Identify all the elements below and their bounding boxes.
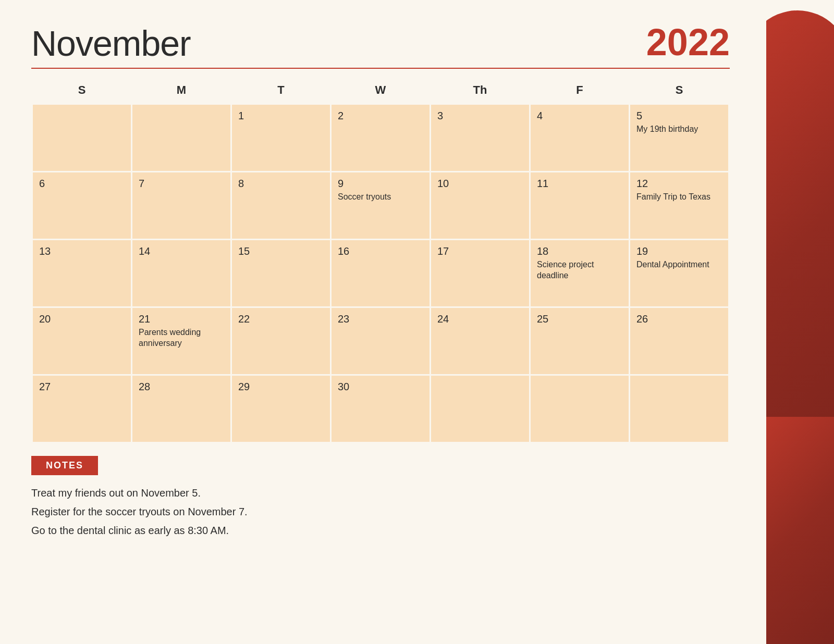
cell-day-number: 5 [636, 110, 722, 122]
cell-day-number: 1 [238, 110, 324, 122]
calendar-cell[interactable] [431, 375, 530, 443]
calendar-table: SMTWThFS 12345My 19th birthday6789Soccer… [31, 77, 730, 443]
calendar-cell[interactable]: 10 [431, 172, 530, 240]
calendar-cell[interactable] [630, 375, 729, 443]
calendar-cell[interactable]: 5My 19th birthday [630, 104, 729, 172]
day-header-f: F [530, 77, 630, 104]
cell-day-number: 9 [338, 178, 423, 190]
calendar-cell[interactable]: 4 [530, 104, 630, 172]
decorative-arch [766, 0, 834, 644]
notes-label: NOTES [31, 456, 98, 475]
calendar-cell[interactable] [32, 104, 132, 172]
calendar-cell[interactable]: 11 [530, 172, 630, 240]
calendar-cell[interactable]: 24 [431, 307, 530, 375]
calendar-cell[interactable]: 29 [231, 375, 331, 443]
calendar-week-3: 131415161718Science project deadline19De… [32, 240, 729, 307]
cell-day-number: 19 [636, 245, 722, 257]
calendar-cell[interactable]: 8 [231, 172, 331, 240]
calendar-cell[interactable] [132, 104, 231, 172]
cell-event-text: Family Trip to Texas [636, 192, 722, 203]
calendar-cell[interactable]: 23 [331, 307, 431, 375]
cell-day-number: 24 [437, 313, 523, 325]
notes-section: NOTES Treat my friends out on November 5… [31, 456, 803, 540]
cell-day-number: 28 [139, 381, 224, 393]
calendar-cell[interactable]: 30 [331, 375, 431, 443]
calendar-week-2: 6789Soccer tryouts101112Family Trip to T… [32, 172, 729, 240]
arch-shape-top [766, 10, 834, 479]
day-header-w: W [331, 77, 431, 104]
calendar-cell[interactable]: 13 [32, 240, 132, 307]
cell-event-text: Parents wedding anniversary [139, 327, 224, 349]
calendar-cell[interactable]: 25 [530, 307, 630, 375]
calendar-cell[interactable]: 28 [132, 375, 231, 443]
cell-day-number: 29 [238, 381, 324, 393]
header: November 2022 [31, 21, 803, 64]
cell-day-number: 27 [39, 381, 125, 393]
calendar-cell[interactable]: 16 [331, 240, 431, 307]
cell-day-number: 18 [537, 245, 622, 257]
cell-day-number: 14 [139, 245, 224, 257]
day-header-th: Th [431, 77, 530, 104]
cell-day-number: 3 [437, 110, 523, 122]
calendar-week-4: 2021Parents wedding anniversary222324252… [32, 307, 729, 375]
calendar-cell[interactable]: 7 [132, 172, 231, 240]
cell-day-number: 22 [238, 313, 324, 325]
cell-event-text: Dental Appointment [636, 259, 722, 270]
cell-day-number: 21 [139, 313, 224, 325]
cell-event-text: My 19th birthday [636, 124, 722, 135]
calendar-cell[interactable] [530, 375, 630, 443]
calendar-cell[interactable]: 22 [231, 307, 331, 375]
calendar-header-row: SMTWThFS [32, 77, 729, 104]
notes-line: Treat my friends out on November 5. [31, 484, 730, 502]
cell-day-number: 6 [39, 178, 125, 190]
day-header-t: T [231, 77, 331, 104]
cell-day-number: 2 [338, 110, 423, 122]
calendar-cell[interactable]: 15 [231, 240, 331, 307]
calendar-cell[interactable]: 6 [32, 172, 132, 240]
calendar-cell[interactable]: 9Soccer tryouts [331, 172, 431, 240]
cell-day-number: 10 [437, 178, 523, 190]
cell-day-number: 17 [437, 245, 523, 257]
calendar-cell[interactable]: 19Dental Appointment [630, 240, 729, 307]
cell-day-number: 13 [39, 245, 125, 257]
cell-day-number: 8 [238, 178, 324, 190]
cell-event-text: Science project deadline [537, 259, 622, 281]
calendar-cell[interactable]: 21Parents wedding anniversary [132, 307, 231, 375]
calendar-cell[interactable]: 3 [431, 104, 530, 172]
calendar-cell[interactable]: 17 [431, 240, 530, 307]
day-header-s: S [630, 77, 729, 104]
cell-day-number: 11 [537, 178, 622, 190]
calendar-cell[interactable]: 27 [32, 375, 132, 443]
cell-day-number: 4 [537, 110, 622, 122]
cell-day-number: 7 [139, 178, 224, 190]
page-container: November 2022 SMTWThFS 12345My 19th birt… [0, 0, 834, 644]
notes-line: Go to the dental clinic as early as 8:30… [31, 521, 730, 540]
header-divider [31, 68, 730, 69]
calendar-cell[interactable]: 2 [331, 104, 431, 172]
calendar-cell[interactable]: 1 [231, 104, 331, 172]
calendar-week-5: 27282930 [32, 375, 729, 443]
calendar-cell[interactable]: 14 [132, 240, 231, 307]
calendar-week-1: 12345My 19th birthday [32, 104, 729, 172]
notes-text: Treat my friends out on November 5.Regis… [31, 484, 730, 540]
arch-shape-bottom [766, 417, 834, 644]
day-header-m: M [132, 77, 231, 104]
cell-day-number: 23 [338, 313, 423, 325]
cell-day-number: 30 [338, 381, 423, 393]
cell-day-number: 26 [636, 313, 722, 325]
calendar-cell[interactable]: 26 [630, 307, 729, 375]
calendar-cell[interactable]: 20 [32, 307, 132, 375]
cell-day-number: 16 [338, 245, 423, 257]
notes-line: Register for the soccer tryouts on Novem… [31, 502, 730, 521]
calendar-cell[interactable]: 12Family Trip to Texas [630, 172, 729, 240]
day-header-s: S [32, 77, 132, 104]
cell-day-number: 12 [636, 178, 722, 190]
cell-day-number: 15 [238, 245, 324, 257]
year-title: 2022 [646, 21, 730, 64]
month-title: November [31, 23, 191, 64]
cell-day-number: 25 [537, 313, 622, 325]
calendar-cell[interactable]: 18Science project deadline [530, 240, 630, 307]
cell-event-text: Soccer tryouts [338, 192, 423, 203]
cell-day-number: 20 [39, 313, 125, 325]
